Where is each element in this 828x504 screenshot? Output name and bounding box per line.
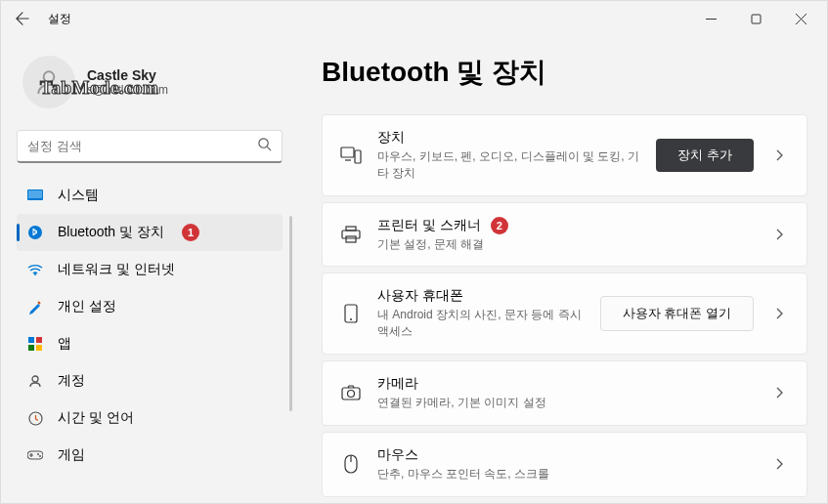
nav-list: 시스템 Bluetooth 및 장치 1 네트워크 및 인터넷 개인 설정 앱 <box>17 177 288 503</box>
sidebar-item-label: 계정 <box>58 372 85 390</box>
sidebar-item-label: 게임 <box>58 446 85 464</box>
phone-icon <box>340 304 362 323</box>
card-subtitle: 단추, 마우스 포인터 속도, 스크롤 <box>377 466 754 483</box>
svg-rect-8 <box>36 337 42 343</box>
person-nav-icon <box>26 372 44 390</box>
profile-block[interactable]: Castle Sky s@outlook.com <box>17 46 288 124</box>
svg-point-11 <box>32 376 38 382</box>
card-camera[interactable]: 카메라 연결된 카메라, 기본 이미지 설정 <box>322 360 807 426</box>
svg-point-1 <box>44 71 55 82</box>
svg-rect-4 <box>28 190 42 198</box>
add-device-button[interactable]: 장치 추가 <box>656 139 754 172</box>
svg-point-22 <box>350 318 352 320</box>
sidebar-item-label: 개인 설정 <box>58 298 116 315</box>
card-subtitle: 마우스, 키보드, 펜, 오디오, 디스플레이 및 도킹, 기타 장치 <box>377 148 640 182</box>
svg-rect-20 <box>346 236 356 242</box>
svg-rect-7 <box>28 337 34 343</box>
chevron-right-icon <box>769 458 789 470</box>
sidebar-item-time-language[interactable]: 시간 및 언어 <box>17 399 283 437</box>
sidebar-item-label: 네트워크 및 인터넷 <box>58 261 175 278</box>
sidebar-item-apps[interactable]: 앱 <box>17 325 283 362</box>
back-arrow-icon <box>16 12 29 25</box>
close-button[interactable] <box>778 3 823 34</box>
apps-icon <box>26 335 44 353</box>
sidebar-item-network[interactable]: 네트워크 및 인터넷 <box>17 251 283 288</box>
devices-icon <box>340 147 362 164</box>
card-title: 마우스 <box>377 446 418 464</box>
sidebar-item-accounts[interactable]: 계정 <box>17 362 283 399</box>
sidebar-item-label: 시간 및 언어 <box>58 409 134 427</box>
sidebar-item-label: 시스템 <box>58 187 99 204</box>
sidebar-item-system[interactable]: 시스템 <box>17 177 283 214</box>
maximize-button[interactable] <box>733 3 778 34</box>
maximize-icon <box>751 14 762 24</box>
svg-rect-19 <box>342 231 360 238</box>
svg-rect-18 <box>346 227 356 231</box>
card-mouse[interactable]: 마우스 단추, 마우스 포인터 속도, 스크롤 <box>322 432 807 497</box>
card-printers[interactable]: 프린터 및 스캐너 2 기본 설정, 문제 해결 <box>322 202 807 268</box>
clock-icon <box>26 409 44 427</box>
chevron-right-icon <box>769 229 789 240</box>
card-title: 카메라 <box>377 375 418 393</box>
close-icon <box>796 14 806 24</box>
card-phone[interactable]: 사용자 휴대폰 내 Android 장치의 사진, 문자 등에 즉시 액세스 사… <box>322 273 807 355</box>
bluetooth-icon <box>26 224 44 241</box>
sidebar-item-gaming[interactable]: 게임 <box>17 437 283 474</box>
main-content: Bluetooth 및 장치 장치 마우스, 키보드, 펜, 오디오, 디스플레… <box>294 36 827 503</box>
chevron-right-icon <box>769 387 789 399</box>
sidebar-item-bluetooth[interactable]: Bluetooth 및 장치 1 <box>17 214 283 251</box>
card-subtitle: 기본 설정, 문제 해결 <box>377 236 754 253</box>
sidebar: Castle Sky s@outlook.com 시스템 Bluetooth 및… <box>1 36 294 503</box>
profile-name: Castle Sky <box>87 67 168 83</box>
profile-email: s@outlook.com <box>87 83 168 97</box>
game-icon <box>26 446 44 464</box>
camera-icon <box>340 385 362 400</box>
annotation-badge-1: 1 <box>182 224 199 241</box>
svg-point-14 <box>37 453 39 455</box>
svg-point-6 <box>34 273 36 275</box>
printer-icon <box>340 226 362 243</box>
svg-rect-10 <box>36 345 42 351</box>
sidebar-item-personalization[interactable]: 개인 설정 <box>17 288 283 325</box>
chevron-right-icon <box>769 308 789 319</box>
search-input[interactable] <box>27 139 257 153</box>
page-title: Bluetooth 및 장치 <box>322 54 807 91</box>
svg-rect-0 <box>752 15 761 23</box>
open-phone-button[interactable]: 사용자 휴대폰 열기 <box>600 296 754 331</box>
svg-rect-23 <box>342 388 360 399</box>
back-button[interactable] <box>5 1 40 36</box>
annotation-badge-2: 2 <box>491 217 508 234</box>
wifi-icon <box>26 261 44 278</box>
person-icon <box>33 66 65 98</box>
svg-rect-17 <box>355 150 361 163</box>
window-title: 설정 <box>48 11 71 27</box>
sidebar-item-label: 앱 <box>58 335 71 353</box>
svg-rect-16 <box>341 147 354 157</box>
mouse-icon <box>340 454 362 474</box>
system-icon <box>26 187 44 204</box>
svg-rect-9 <box>28 345 34 351</box>
sidebar-scrollbar[interactable] <box>289 216 292 411</box>
search-box[interactable] <box>17 130 283 163</box>
titlebar: 설정 <box>1 1 827 36</box>
avatar <box>22 56 75 108</box>
card-subtitle: 내 Android 장치의 사진, 문자 등에 즉시 액세스 <box>377 307 585 340</box>
card-title: 사용자 휴대폰 <box>377 287 463 305</box>
svg-point-2 <box>259 139 268 147</box>
card-subtitle: 연결된 카메라, 기본 이미지 설정 <box>377 395 754 411</box>
card-title: 장치 <box>377 129 405 147</box>
svg-point-24 <box>348 391 355 398</box>
brush-icon <box>26 298 44 315</box>
minimize-icon <box>706 14 717 24</box>
chevron-right-icon <box>769 149 789 161</box>
svg-point-15 <box>39 455 41 457</box>
search-icon <box>257 137 272 155</box>
card-devices[interactable]: 장치 마우스, 키보드, 펜, 오디오, 디스플레이 및 도킹, 기타 장치 장… <box>322 114 807 196</box>
card-title: 프린터 및 스캐너 <box>377 217 481 234</box>
minimize-button[interactable] <box>688 3 733 34</box>
sidebar-item-label: Bluetooth 및 장치 <box>58 224 164 241</box>
